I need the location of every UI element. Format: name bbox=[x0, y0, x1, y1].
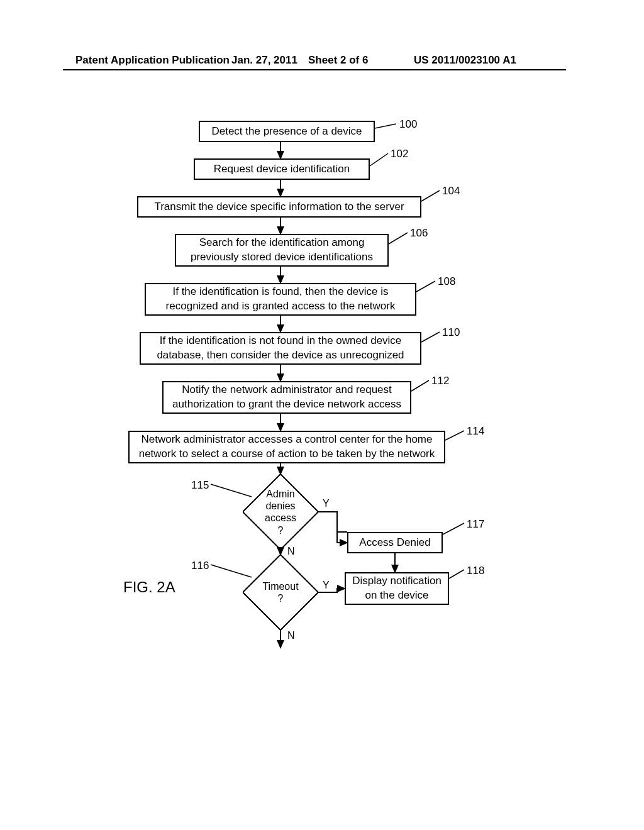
ref-106: 106 bbox=[410, 227, 428, 240]
header-date: Jan. 27, 2011 bbox=[231, 54, 297, 67]
step-118: Display notification on the device bbox=[345, 572, 449, 605]
ref-118: 118 bbox=[467, 565, 484, 577]
ref-100: 100 bbox=[399, 118, 417, 131]
step-112: Notify the network administrator and req… bbox=[162, 381, 411, 414]
svg-line-13 bbox=[375, 124, 396, 128]
step-102: Request device identification bbox=[194, 158, 370, 180]
svg-line-16 bbox=[389, 233, 408, 244]
step-117: Access Denied bbox=[347, 532, 443, 553]
step-108: If the identification is found, then the… bbox=[145, 283, 416, 316]
svg-line-24 bbox=[449, 570, 464, 578]
header-title: Patent Application Publication bbox=[75, 54, 230, 67]
svg-line-23 bbox=[443, 523, 464, 534]
ref-115: 115 bbox=[191, 479, 209, 492]
branch-116-n: N bbox=[287, 630, 295, 641]
branch-116-y: Y bbox=[323, 580, 330, 591]
figure-caption: FIG. 2A bbox=[123, 578, 175, 596]
header-pubno: US 2011/0023100 A1 bbox=[414, 54, 516, 67]
step-106: Search for the identification among prev… bbox=[175, 234, 389, 267]
ref-114: 114 bbox=[467, 425, 484, 438]
svg-line-20 bbox=[445, 431, 464, 440]
ref-117: 117 bbox=[467, 518, 484, 531]
branch-115-y: Y bbox=[323, 498, 330, 509]
step-104: Transmit the device specific information… bbox=[137, 196, 421, 218]
svg-line-15 bbox=[421, 191, 440, 201]
decision-116: Timeout ? bbox=[243, 555, 318, 630]
svg-line-14 bbox=[370, 153, 388, 166]
svg-line-17 bbox=[416, 281, 435, 292]
step-100: Detect the presence of a device bbox=[199, 121, 375, 142]
header-sheet: Sheet 2 of 6 bbox=[308, 54, 368, 67]
svg-line-18 bbox=[421, 332, 440, 342]
svg-line-19 bbox=[411, 380, 429, 391]
ref-108: 108 bbox=[438, 275, 455, 288]
decision-116-label: Timeout ? bbox=[262, 580, 299, 604]
branch-115-n: N bbox=[287, 546, 295, 557]
ref-104: 104 bbox=[442, 185, 460, 197]
step-114: Network administrator accesses a control… bbox=[128, 431, 445, 463]
ref-112: 112 bbox=[431, 375, 449, 387]
decision-115-label: Admin denies access ? bbox=[262, 488, 299, 536]
header-rule bbox=[63, 69, 566, 70]
ref-116: 116 bbox=[191, 560, 209, 572]
decision-115: Admin denies access ? bbox=[243, 474, 318, 550]
step-110: If the identification is not found in th… bbox=[140, 332, 421, 365]
ref-102: 102 bbox=[391, 148, 408, 160]
ref-110: 110 bbox=[442, 326, 460, 339]
